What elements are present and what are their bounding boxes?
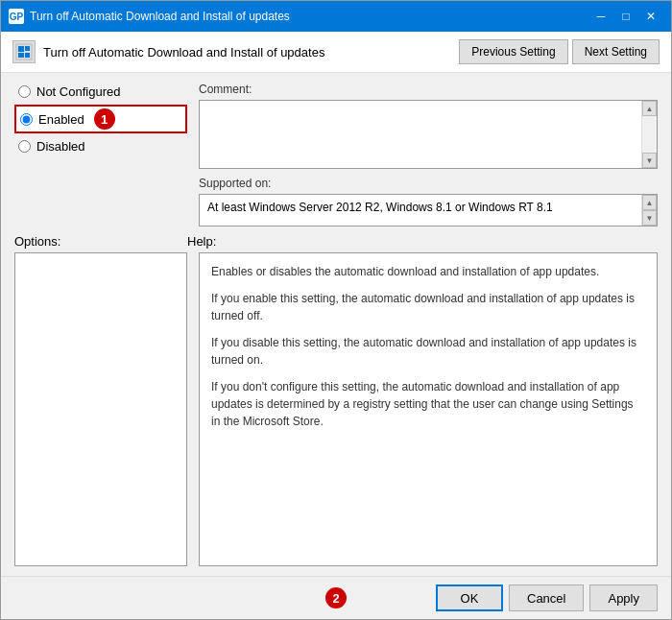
previous-setting-button[interactable]: Previous Setting: [459, 39, 567, 64]
not-configured-radio[interactable]: [18, 85, 31, 98]
top-section: Not Configured Enabled 1 Disabled Commen…: [14, 83, 658, 227]
cancel-button[interactable]: Cancel: [509, 584, 584, 611]
footer: 2 OK Cancel Apply: [1, 576, 671, 619]
header-title: Turn off Automatic Download and Install …: [43, 45, 324, 60]
main-window: GP Turn off Automatic Download and Insta…: [0, 0, 672, 620]
supported-value: At least Windows Server 2012 R2, Windows…: [200, 195, 641, 226]
maximize-button[interactable]: □: [613, 7, 638, 26]
enabled-label: Enabled: [38, 112, 84, 127]
help-text-1: Enables or disables the automatic downlo…: [211, 263, 645, 280]
apply-button[interactable]: Apply: [589, 584, 658, 611]
header-buttons: Previous Setting Next Setting: [459, 39, 660, 64]
middle-labels: Options: Help:: [14, 234, 658, 249]
help-label: Help:: [187, 234, 658, 249]
comment-scroll-down[interactable]: ▼: [642, 153, 657, 168]
minimize-icon: ─: [597, 10, 606, 23]
svg-rect-1: [18, 46, 24, 52]
close-icon: ✕: [646, 10, 656, 23]
options-panel: [14, 252, 187, 566]
scroll-down-icon: ▼: [646, 156, 654, 165]
disabled-radio[interactable]: [18, 140, 31, 153]
comment-textarea[interactable]: [200, 101, 641, 168]
comment-section: Comment: ▲ ▼: [199, 83, 658, 169]
comment-scroll-track: [642, 116, 657, 153]
not-configured-option[interactable]: Not Configured: [14, 83, 187, 101]
comment-scrollbar: ▲ ▼: [641, 101, 657, 168]
supported-scroll-up[interactable]: ▲: [642, 195, 657, 210]
supported-scrollbar: ▲ ▼: [641, 195, 657, 226]
ok-button[interactable]: OK: [436, 584, 503, 611]
title-bar-controls: ─ □ ✕: [588, 7, 663, 26]
step-badge-1: 1: [94, 108, 115, 130]
scroll-up-icon: ▲: [646, 105, 654, 113]
header-bar: Turn off Automatic Download and Install …: [1, 32, 671, 73]
title-bar-title: Turn off Automatic Download and Install …: [30, 10, 290, 23]
close-button[interactable]: ✕: [638, 7, 663, 26]
svg-rect-4: [25, 53, 30, 58]
title-bar-left: GP Turn off Automatic Download and Insta…: [9, 9, 290, 24]
bottom-panels: Enables or disables the automatic downlo…: [14, 252, 658, 566]
header-left: Turn off Automatic Download and Install …: [12, 40, 324, 63]
title-bar: GP Turn off Automatic Download and Insta…: [1, 1, 671, 32]
step-badge-2: 2: [325, 587, 347, 608]
comment-scroll-up[interactable]: ▲: [642, 101, 657, 116]
not-configured-label: Not Configured: [36, 84, 120, 99]
supported-scroll-down[interactable]: ▼: [642, 210, 657, 226]
content-area: Not Configured Enabled 1 Disabled Commen…: [1, 73, 671, 576]
comment-label: Comment:: [199, 83, 658, 96]
disabled-option[interactable]: Disabled: [14, 137, 187, 155]
left-panel: Not Configured Enabled 1 Disabled: [14, 83, 187, 227]
help-text-4: If you don't configure this setting, the…: [211, 378, 645, 430]
svg-rect-2: [18, 53, 24, 58]
help-panel: Enables or disables the automatic downlo…: [199, 252, 658, 566]
supported-label: Supported on:: [199, 177, 658, 190]
scroll-down-icon2: ▼: [646, 214, 654, 223]
maximize-icon: □: [622, 10, 629, 23]
comment-wrapper: ▲ ▼: [199, 100, 658, 169]
disabled-label: Disabled: [36, 139, 85, 154]
right-panel: Comment: ▲ ▼: [199, 83, 658, 227]
scroll-up-icon2: ▲: [646, 199, 654, 207]
enabled-option[interactable]: Enabled 1: [14, 105, 187, 133]
supported-wrapper: At least Windows Server 2012 R2, Windows…: [199, 194, 658, 227]
header-icon: [12, 40, 36, 63]
help-text-2: If you enable this setting, the automati…: [211, 290, 645, 324]
enabled-radio[interactable]: [20, 113, 33, 126]
supported-section: Supported on: At least Windows Server 20…: [199, 177, 658, 227]
window-icon: GP: [9, 9, 24, 24]
next-setting-button[interactable]: Next Setting: [572, 39, 660, 64]
help-text-3: If you disable this setting, the automat…: [211, 334, 645, 369]
minimize-button[interactable]: ─: [588, 7, 613, 26]
svg-rect-3: [25, 46, 30, 51]
options-label: Options:: [14, 234, 187, 249]
